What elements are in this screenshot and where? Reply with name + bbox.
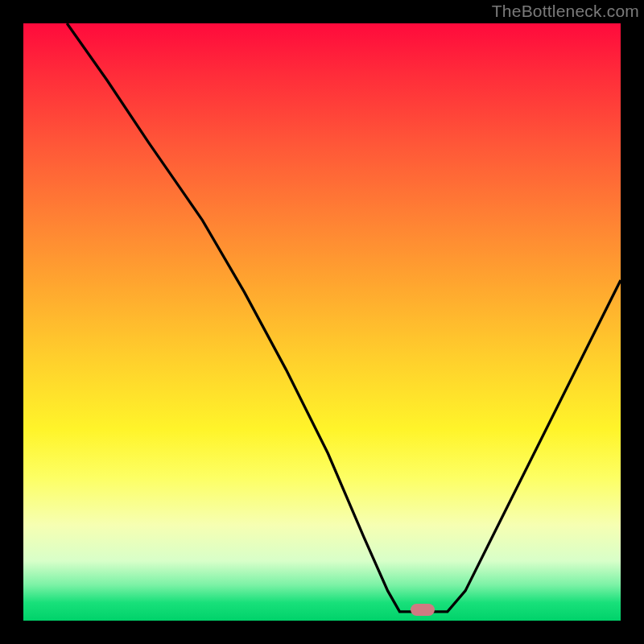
- chart-marker: [411, 604, 435, 616]
- chart-curve-svg: [23, 23, 621, 621]
- chart-curve: [67, 23, 621, 612]
- watermark-text: TheBottleneck.com: [492, 2, 639, 21]
- chart-plot-area: [23, 23, 621, 621]
- chart-outer-frame: TheBottleneck.com: [0, 0, 644, 644]
